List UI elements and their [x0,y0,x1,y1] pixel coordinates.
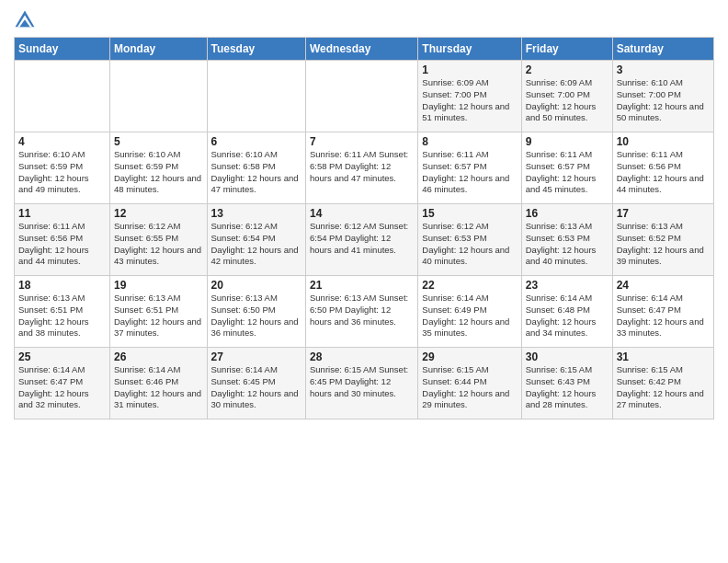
calendar-cell: 4Sunrise: 6:10 AM Sunset: 6:59 PM Daylig… [15,132,110,204]
day-number: 13 [211,207,301,220]
calendar-cell [207,61,305,132]
day-info: Sunrise: 6:09 AM Sunset: 7:00 PM Dayligh… [526,77,609,124]
calendar-cell: 17Sunrise: 6:13 AM Sunset: 6:52 PM Dayli… [612,204,713,276]
weekday-header: Sunday [15,38,110,61]
day-info: Sunrise: 6:10 AM Sunset: 6:59 PM Dayligh… [18,149,106,196]
day-number: 21 [310,279,414,292]
logo [14,9,38,31]
calendar-cell: 14Sunrise: 6:12 AM Sunset: 6:54 PM Dayli… [305,204,417,276]
header [14,9,714,31]
day-number: 25 [18,350,106,363]
day-info: Sunrise: 6:13 AM Sunset: 6:53 PM Dayligh… [526,221,609,268]
calendar-cell [15,61,110,132]
day-info: Sunrise: 6:13 AM Sunset: 6:52 PM Dayligh… [617,221,710,268]
day-number: 20 [211,279,301,292]
day-number: 26 [114,350,203,363]
day-info: Sunrise: 6:12 AM Sunset: 6:55 PM Dayligh… [114,221,203,268]
calendar-cell: 22Sunrise: 6:14 AM Sunset: 6:49 PM Dayli… [418,276,521,348]
calendar-cell: 19Sunrise: 6:13 AM Sunset: 6:51 PM Dayli… [109,276,207,348]
day-info: Sunrise: 6:14 AM Sunset: 6:47 PM Dayligh… [18,364,106,411]
day-info: Sunrise: 6:14 AM Sunset: 6:47 PM Dayligh… [617,293,710,339]
calendar-cell [305,61,417,132]
calendar-cell: 15Sunrise: 6:12 AM Sunset: 6:53 PM Dayli… [418,204,521,276]
calendar-cell: 16Sunrise: 6:13 AM Sunset: 6:53 PM Dayli… [521,204,612,276]
calendar-cell: 2Sunrise: 6:09 AM Sunset: 7:00 PM Daylig… [521,61,612,132]
weekday-row: SundayMondayTuesdayWednesdayThursdayFrid… [15,38,714,61]
calendar-cell: 27Sunrise: 6:14 AM Sunset: 6:45 PM Dayli… [207,348,305,419]
day-number: 5 [114,135,203,148]
calendar-cell: 20Sunrise: 6:13 AM Sunset: 6:50 PM Dayli… [207,276,305,348]
day-number: 9 [526,135,609,148]
day-number: 22 [422,279,517,292]
day-info: Sunrise: 6:15 AM Sunset: 6:44 PM Dayligh… [422,364,517,411]
weekday-header: Thursday [418,38,521,61]
calendar-cell: 8Sunrise: 6:11 AM Sunset: 6:57 PM Daylig… [418,132,521,204]
calendar-week-row: 4Sunrise: 6:10 AM Sunset: 6:59 PM Daylig… [15,132,714,204]
weekday-header: Saturday [612,38,713,61]
calendar-cell: 23Sunrise: 6:14 AM Sunset: 6:48 PM Dayli… [521,276,612,348]
day-number: 29 [422,350,517,363]
weekday-header: Tuesday [207,38,305,61]
calendar-cell: 28Sunrise: 6:15 AM Sunset: 6:45 PM Dayli… [305,348,417,419]
day-info: Sunrise: 6:11 AM Sunset: 6:57 PM Dayligh… [526,149,609,196]
weekday-header: Friday [521,38,612,61]
page-container: SundayMondayTuesdayWednesdayThursdayFrid… [0,0,728,424]
calendar-cell [109,61,207,132]
calendar-week-row: 1Sunrise: 6:09 AM Sunset: 7:00 PM Daylig… [15,61,714,132]
day-info: Sunrise: 6:13 AM Sunset: 6:51 PM Dayligh… [18,293,106,339]
day-info: Sunrise: 6:14 AM Sunset: 6:45 PM Dayligh… [211,364,301,411]
calendar-cell: 24Sunrise: 6:14 AM Sunset: 6:47 PM Dayli… [612,276,713,348]
day-info: Sunrise: 6:10 AM Sunset: 6:58 PM Dayligh… [211,149,301,196]
day-number: 6 [211,135,301,148]
day-number: 27 [211,350,301,363]
calendar-cell: 29Sunrise: 6:15 AM Sunset: 6:44 PM Dayli… [418,348,521,419]
calendar-cell: 21Sunrise: 6:13 AM Sunset: 6:50 PM Dayli… [305,276,417,348]
day-info: Sunrise: 6:11 AM Sunset: 6:57 PM Dayligh… [422,149,517,196]
day-number: 18 [18,279,106,292]
day-info: Sunrise: 6:09 AM Sunset: 7:00 PM Dayligh… [422,77,517,124]
day-info: Sunrise: 6:12 AM Sunset: 6:54 PM Dayligh… [310,221,414,256]
calendar-cell: 9Sunrise: 6:11 AM Sunset: 6:57 PM Daylig… [521,132,612,204]
day-info: Sunrise: 6:10 AM Sunset: 6:59 PM Dayligh… [114,149,203,196]
day-number: 7 [310,135,414,148]
calendar-cell: 13Sunrise: 6:12 AM Sunset: 6:54 PM Dayli… [207,204,305,276]
day-number: 11 [18,207,106,220]
calendar-body: 1Sunrise: 6:09 AM Sunset: 7:00 PM Daylig… [15,61,714,419]
day-number: 28 [310,350,414,363]
day-info: Sunrise: 6:15 AM Sunset: 6:42 PM Dayligh… [617,364,710,411]
calendar-cell: 6Sunrise: 6:10 AM Sunset: 6:58 PM Daylig… [207,132,305,204]
day-info: Sunrise: 6:11 AM Sunset: 6:58 PM Dayligh… [310,149,414,184]
day-info: Sunrise: 6:14 AM Sunset: 6:46 PM Dayligh… [114,364,203,411]
day-info: Sunrise: 6:15 AM Sunset: 6:43 PM Dayligh… [526,364,609,411]
day-number: 24 [617,279,710,292]
day-number: 16 [526,207,609,220]
day-info: Sunrise: 6:12 AM Sunset: 6:53 PM Dayligh… [422,221,517,268]
day-number: 14 [310,207,414,220]
day-info: Sunrise: 6:11 AM Sunset: 6:56 PM Dayligh… [18,221,106,268]
calendar-cell: 5Sunrise: 6:10 AM Sunset: 6:59 PM Daylig… [109,132,207,204]
day-number: 19 [114,279,203,292]
calendar-cell: 10Sunrise: 6:11 AM Sunset: 6:56 PM Dayli… [612,132,713,204]
day-info: Sunrise: 6:13 AM Sunset: 6:50 PM Dayligh… [310,293,414,327]
day-number: 4 [18,135,106,148]
calendar-cell: 12Sunrise: 6:12 AM Sunset: 6:55 PM Dayli… [109,204,207,276]
day-info: Sunrise: 6:15 AM Sunset: 6:45 PM Dayligh… [310,364,414,399]
calendar-table: SundayMondayTuesdayWednesdayThursdayFrid… [14,37,714,419]
day-number: 10 [617,135,710,148]
calendar-week-row: 18Sunrise: 6:13 AM Sunset: 6:51 PM Dayli… [15,276,714,348]
day-number: 8 [422,135,517,148]
weekday-header: Monday [109,38,207,61]
day-info: Sunrise: 6:13 AM Sunset: 6:51 PM Dayligh… [114,293,203,339]
calendar-cell: 26Sunrise: 6:14 AM Sunset: 6:46 PM Dayli… [109,348,207,419]
day-number: 1 [422,63,517,76]
calendar-cell: 11Sunrise: 6:11 AM Sunset: 6:56 PM Dayli… [15,204,110,276]
calendar-cell: 30Sunrise: 6:15 AM Sunset: 6:43 PM Dayli… [521,348,612,419]
calendar-cell: 3Sunrise: 6:10 AM Sunset: 7:00 PM Daylig… [612,61,713,132]
day-number: 31 [617,350,710,363]
calendar-cell: 7Sunrise: 6:11 AM Sunset: 6:58 PM Daylig… [305,132,417,204]
day-number: 3 [617,63,710,76]
day-number: 23 [526,279,609,292]
calendar-week-row: 25Sunrise: 6:14 AM Sunset: 6:47 PM Dayli… [15,348,714,419]
day-number: 17 [617,207,710,220]
day-info: Sunrise: 6:11 AM Sunset: 6:56 PM Dayligh… [617,149,710,196]
